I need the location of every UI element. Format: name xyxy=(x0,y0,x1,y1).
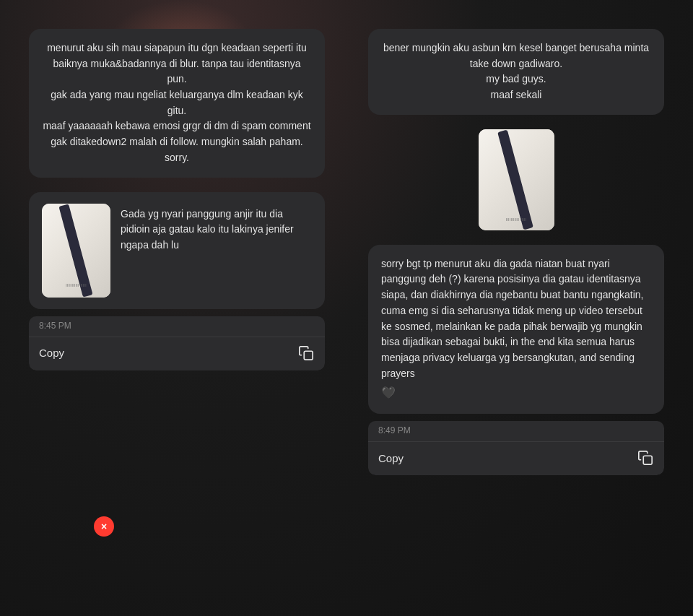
right-thumbnail-wrapper: IIIIIIIIIII IIIII xyxy=(368,129,664,230)
right-message-2: sorry bgt tp menurut aku dia gada niatan… xyxy=(368,245,664,414)
right-message-1: bener mungkin aku asbun krn kesel banget… xyxy=(368,29,664,115)
left-message-1-text: menurut aku sih mau siapapun itu dgn kea… xyxy=(43,42,310,163)
left-thumbnail-inner: IIIIIIIIIII IIIII xyxy=(42,204,110,298)
heart-emoji: 🖤 xyxy=(381,384,651,402)
left-message-1: menurut aku sih mau siapapun itu dgn kea… xyxy=(29,29,325,178)
right-action-group: 8:49 PM Copy xyxy=(368,421,664,475)
left-timestamp-bar: 8:45 PM xyxy=(29,316,325,337)
right-thumbnail-inner: IIIIIIIIIII IIIII xyxy=(479,129,554,230)
left-action-group: 8:45 PM Copy xyxy=(29,316,325,370)
thumbnail-overlay-text: IIIIIIIIIII IIIII xyxy=(48,283,105,289)
left-timestamp: 8:45 PM xyxy=(39,321,71,331)
red-dot-button[interactable]: × xyxy=(94,516,114,537)
left-caption-text: Gada yg nyari panggung anjir itu dia pid… xyxy=(121,208,294,251)
left-copy-bar[interactable]: Copy xyxy=(29,337,325,370)
right-timestamp: 8:49 PM xyxy=(378,425,411,435)
right-message-1-text: bener mungkin aku asbun krn kesel banget… xyxy=(383,42,649,100)
svg-rect-1 xyxy=(643,456,652,464)
right-thumbnail-overlay: IIIIIIIIIII IIIII xyxy=(484,217,549,222)
left-copy-icon[interactable] xyxy=(297,344,315,362)
right-panel: bener mungkin aku asbun krn kesel banget… xyxy=(346,0,693,616)
main-layout: menurut aku sih mau siapapun itu dgn kea… xyxy=(0,0,693,616)
right-thumbnail: IIIIIIIIIII IIIII xyxy=(479,129,554,230)
right-copy-bar[interactable]: Copy xyxy=(368,441,664,475)
left-copy-label[interactable]: Copy xyxy=(39,347,292,359)
right-timestamp-bar: 8:49 PM xyxy=(368,421,664,441)
left-message-2-bubble: IIIIIIIIIII IIIII Gada yg nyari panggung… xyxy=(29,192,325,309)
left-panel: menurut aku sih mau siapapun itu dgn kea… xyxy=(0,0,346,616)
right-thumbnail-strap xyxy=(497,129,533,230)
left-thumbnail: IIIIIIIIIII IIIII xyxy=(42,204,110,298)
right-message-2-text: sorry bgt tp menurut aku dia gada niatan… xyxy=(381,258,651,402)
svg-rect-0 xyxy=(304,351,313,360)
right-copy-icon[interactable] xyxy=(637,449,654,467)
right-copy-label[interactable]: Copy xyxy=(378,452,631,464)
left-caption: Gada yg nyari panggung anjir itu dia pid… xyxy=(121,204,312,253)
